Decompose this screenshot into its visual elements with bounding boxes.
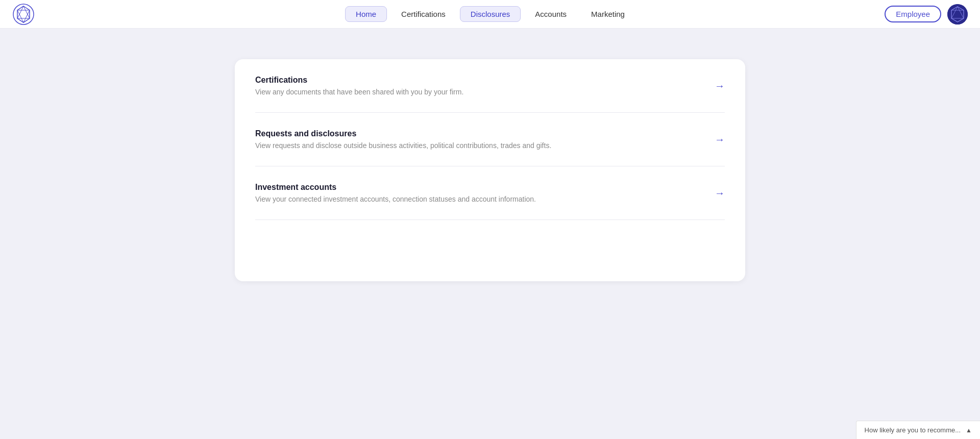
main-content: Certifications View any documents that h… (0, 29, 980, 439)
certifications-desc: View any documents that have been shared… (255, 88, 702, 96)
header-right: Employee (885, 4, 968, 25)
requests-disclosures-arrow-icon: → (715, 134, 725, 145)
svg-point-8 (947, 4, 968, 25)
nav-certifications[interactable]: Certifications (391, 7, 456, 21)
requests-disclosures-content: Requests and disclosures View requests a… (255, 129, 702, 150)
nav-accounts[interactable]: Accounts (525, 7, 577, 21)
requests-disclosures-title: Requests and disclosures (255, 129, 702, 138)
feedback-bar[interactable]: How likely are you to recomme... ▲ (856, 421, 980, 439)
nav-marketing[interactable]: Marketing (581, 7, 635, 21)
certifications-arrow-icon: → (715, 80, 725, 92)
certifications-item[interactable]: Certifications View any documents that h… (235, 59, 745, 112)
feedback-chevron-icon: ▲ (966, 427, 972, 434)
certifications-title: Certifications (255, 76, 702, 85)
requests-disclosures-item[interactable]: Requests and disclosures View requests a… (235, 113, 745, 166)
requests-disclosures-desc: View requests and disclose outside busin… (255, 141, 702, 150)
avatar[interactable] (947, 4, 968, 25)
investment-accounts-item[interactable]: Investment accounts View your connected … (235, 166, 745, 220)
card-bottom-space (235, 220, 745, 281)
nav-disclosures[interactable]: Disclosures (460, 6, 521, 22)
employee-button[interactable]: Employee (885, 6, 941, 22)
investment-accounts-desc: View your connected investment accounts,… (255, 195, 702, 203)
menu-card: Certifications View any documents that h… (235, 59, 745, 281)
header: Home Certifications Disclosures Accounts… (0, 0, 980, 29)
svg-point-0 (13, 4, 34, 25)
investment-accounts-content: Investment accounts View your connected … (255, 183, 702, 203)
certifications-content: Certifications View any documents that h… (255, 76, 702, 96)
investment-accounts-title: Investment accounts (255, 183, 702, 192)
feedback-label: How likely are you to recomme... (865, 426, 961, 434)
logo-icon[interactable] (12, 3, 35, 26)
main-nav: Home Certifications Disclosures Accounts… (345, 6, 635, 22)
nav-home[interactable]: Home (345, 6, 387, 22)
investment-accounts-arrow-icon: → (715, 187, 725, 199)
